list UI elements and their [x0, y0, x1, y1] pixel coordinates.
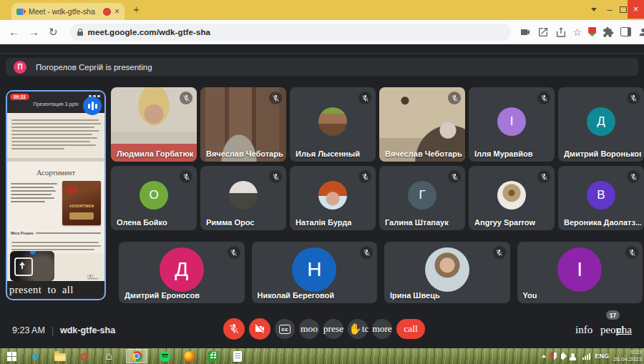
participant-tile[interactable]: Ірина Швець [384, 242, 510, 303]
participant-tile[interactable]: Г Галина Штапаук [379, 166, 465, 230]
taskbar-time: 9:23 [613, 349, 642, 356]
window-close-button[interactable]: × [628, 0, 644, 19]
bookmark-star-icon[interactable]: ☆ [573, 26, 582, 38]
participant-tile[interactable]: Илья Лысенный [290, 87, 376, 162]
participant-name: Людмила Горбатюк [117, 149, 193, 158]
internet-explorer-icon[interactable]: e [29, 349, 43, 363]
taskbar-clock[interactable]: 9:23 26.04.2023 [613, 349, 642, 364]
participant-name: Римма Орос [206, 218, 254, 227]
mic-off-icon [180, 92, 192, 104]
wordpad-icon[interactable] [230, 349, 245, 363]
volume-icon[interactable] [561, 354, 563, 359]
participant-count-badge: 17 [606, 310, 620, 320]
presenter-avatar: П [14, 61, 26, 74]
participant-tile[interactable]: І Ілля Муравйов [469, 87, 555, 162]
toolbar-icons: ☆ ⋮ [519, 26, 644, 38]
raise-hand-button[interactable]: ✋ tc [348, 319, 368, 339]
avatar: Н [292, 247, 336, 292]
tab-close-icon[interactable]: × [114, 7, 119, 16]
reactions-button[interactable]: moo [299, 319, 319, 339]
present-button[interactable]: prese [323, 319, 343, 339]
camera-in-use-icon[interactable] [519, 26, 531, 38]
new-tab-button[interactable]: + [133, 3, 140, 15]
mic-off-icon [627, 92, 640, 104]
participant-name: Ірина Швець [390, 291, 440, 300]
people-tray-icon[interactable] [571, 353, 575, 357]
present-to-all-icon [14, 257, 33, 276]
participant-tile[interactable]: Римма Орос [200, 166, 286, 230]
more-options-button[interactable]: more [372, 319, 392, 339]
captions-button[interactable]: cc [275, 319, 295, 339]
hand-ligature-suffix: tc [362, 323, 369, 335]
mic-off-icon [627, 170, 640, 183]
home-icon[interactable]: ⌂ [102, 349, 116, 363]
refresh-button[interactable]: ↻ [49, 26, 58, 37]
participant-name: Ілля Муравйов [474, 149, 533, 158]
open-in-new-icon[interactable] [537, 26, 549, 38]
mic-off-icon [358, 170, 371, 183]
participant-tile[interactable]: Н Николай Береговой [252, 242, 378, 303]
chocolate-box-image: ASSORTMEN [62, 181, 101, 225]
presenter-video-overlay[interactable] [10, 251, 54, 281]
participant-tile[interactable]: Вячеслав Чеботарь... [379, 87, 465, 162]
participant-tile[interactable]: Вячеслав Чеботарь... [200, 87, 286, 162]
participant-tile[interactable]: Д Дмитрий Ероносов [119, 242, 245, 303]
participant-tile[interactable]: В Вероника Даолатз... [558, 166, 644, 230]
side-panel-icon[interactable] [620, 27, 631, 36]
avatar [425, 247, 469, 292]
titlebar-chevron-icon[interactable] [587, 0, 601, 19]
slide-caption: Міса Рошен [11, 231, 34, 235]
profile-avatar-icon[interactable] [638, 26, 644, 38]
right-panel-buttons[interactable]: info peopl cha [575, 324, 644, 336]
chat-ligature: cha [617, 324, 632, 335]
presenting-text: Погорелов Сергій is presenting [36, 63, 152, 72]
extensions-puzzle-icon[interactable] [602, 26, 614, 38]
recording-indicator-icon [103, 8, 111, 16]
avatar: В [587, 181, 615, 210]
participant-name: Вячеслав Чеботарь... [206, 149, 283, 158]
browser-tab[interactable]: Meet - wdk-gtfe-sha × [11, 3, 125, 20]
chrome-icon-active[interactable] [126, 349, 147, 363]
presentation-tile[interactable]: Асортимент ASSORTMEN Міса Рошен 09:23 [6, 90, 106, 300]
mic-mute-button[interactable] [223, 318, 245, 340]
participant-tile[interactable]: Д Дмитрий Вороньков [558, 87, 644, 162]
avatar [318, 107, 347, 136]
adblock-shield-icon[interactable] [588, 27, 596, 36]
address-bar[interactable]: meet.google.com/wdk-gtfe-sha [70, 24, 511, 41]
opera-icon[interactable]: O [77, 349, 92, 363]
tab-title: Meet - wdk-gtfe-sha [29, 7, 99, 16]
spotify-icon[interactable] [157, 349, 172, 363]
start-button-icon[interactable] [4, 349, 19, 363]
forward-button[interactable]: → [29, 26, 39, 37]
antivirus-shield-icon[interactable] [550, 353, 557, 360]
windows-taskbar: e O ⌂ ENG 9:23 26.04.2023 [0, 348, 644, 364]
present-ligature: prese [323, 323, 343, 335]
tray-expand-icon[interactable] [542, 355, 546, 358]
mic-off-icon [537, 92, 550, 104]
back-button[interactable]: ← [9, 26, 19, 37]
avatar [229, 181, 258, 210]
raise-hand-icon: ✋ [348, 323, 362, 335]
participant-name: Олена Бойко [117, 218, 167, 227]
participant-tile[interactable]: Наталія Бурда [290, 166, 376, 230]
participant-tile[interactable]: Людмила Горбатюк [111, 87, 197, 162]
meet-bottom-bar: 9:23 AM | wdk-gtfe-sha cc moo prese ✋ [0, 309, 644, 348]
participant-tile[interactable]: Angryy Sparrow [469, 166, 555, 230]
avatar: Г [408, 181, 436, 210]
share-icon[interactable] [555, 26, 567, 38]
firefox-icon[interactable] [182, 349, 196, 363]
network-signal-icon[interactable] [582, 353, 590, 360]
microsoft-store-icon[interactable] [206, 349, 220, 363]
tiles-row-3: Д Дмитрий Ероносов Н Николай Береговой І… [119, 242, 643, 303]
participant-tile self-tile[interactable]: І You [517, 242, 643, 303]
participant-tile[interactable]: О Олена Бойко [111, 166, 197, 230]
language-indicator[interactable]: ENG [595, 353, 609, 360]
file-explorer-icon[interactable] [53, 349, 67, 363]
divider [0, 53, 644, 54]
minimize-button[interactable]: – [603, 0, 616, 19]
camera-off-button[interactable] [249, 318, 270, 340]
end-call-button[interactable]: call [396, 319, 425, 339]
mic-off-icon [180, 170, 192, 183]
meet-favicon [16, 9, 25, 15]
meeting-info: 9:23 AM | wdk-gtfe-sha [12, 325, 115, 335]
